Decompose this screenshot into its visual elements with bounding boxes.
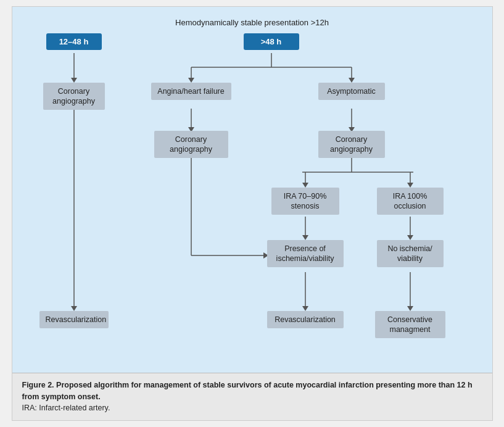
diagram-area: Hemodynamically stable presentation >12h (12, 7, 492, 373)
figure-container: Hemodynamically stable presentation >12h (12, 6, 493, 421)
box-coronary-angio-2: Coronary angiography (154, 131, 228, 159)
svg-marker-28 (302, 306, 308, 311)
svg-marker-7 (188, 78, 194, 83)
box-no-ischemia: No ischemia/ viability (377, 240, 444, 268)
box-coronary-angio-1: Coronary angiography (43, 83, 105, 110)
box-ira-7090: IRA 70–90% stenosis (271, 188, 339, 215)
box-presence-ischemia: Presence of ischemia/viability (267, 240, 344, 268)
svg-marker-21 (302, 235, 308, 240)
box-angina: Angina/heart failure (151, 83, 231, 100)
svg-marker-3 (71, 306, 77, 311)
svg-marker-17 (302, 183, 308, 188)
caption-area: Figure 2. Proposed algorithm for managem… (12, 373, 492, 420)
box-ira-100: IRA 100% occlusion (377, 188, 444, 215)
diagram-title: Hemodynamically stable presentation >12h (25, 18, 480, 27)
svg-marker-30 (407, 306, 413, 311)
svg-marker-19 (407, 183, 413, 188)
box-revasc-2: Revascularization (267, 311, 344, 328)
diagram-inner: 12–48 h >48 h Angina/heart failure Asymp… (25, 33, 481, 360)
caption-title: Figure 2. Proposed algorithm for managem… (22, 381, 473, 401)
svg-marker-26 (407, 235, 413, 240)
box-asymptomatic: Asymptomatic (318, 83, 385, 100)
caption-subtitle: IRA: Infarct-related artery. (22, 404, 110, 412)
svg-marker-9 (349, 78, 355, 83)
box-48plus: >48 h (244, 33, 299, 50)
svg-marker-1 (71, 78, 77, 83)
box-12-48h: 12–48 h (46, 33, 102, 50)
box-conservative: Conservative managment (375, 311, 445, 339)
box-revasc-1: Revascularization (39, 311, 109, 328)
box-coronary-angio-3: Coronary angiography (318, 131, 385, 159)
